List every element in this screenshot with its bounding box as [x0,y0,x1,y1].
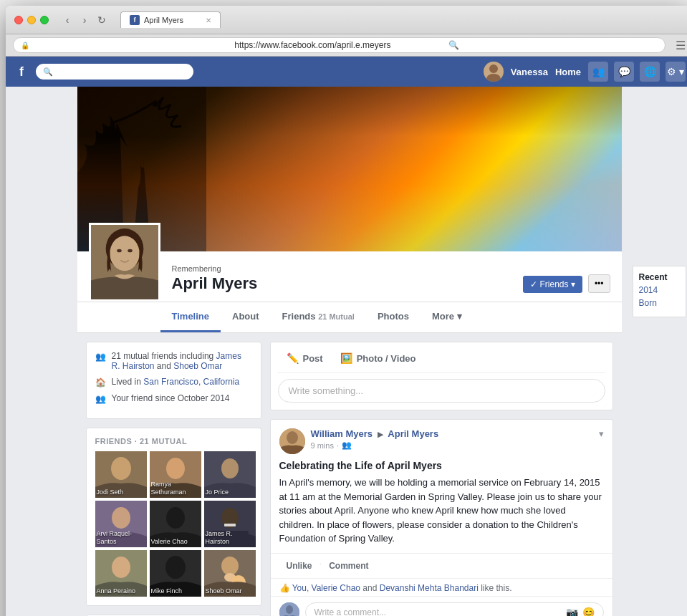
post-1-arrow: ▶ [378,430,383,438]
friend-ramya[interactable]: Ramya Sethuraman [150,451,201,498]
friend-shoeb[interactable]: Shoeb Omar [204,550,256,597]
photo-tab-label: Photo / Video [357,353,416,364]
friends-button[interactable]: ✓ Friends ▾ [523,276,582,293]
tab-photos[interactable]: Photos [366,302,421,332]
user-name-link[interactable]: Vanessa [511,67,548,77]
comment-input-1[interactable]: Write a comment... 📷 😊 [305,602,604,617]
friend-anna[interactable]: Anna Peraino [95,550,147,597]
profile-name-area: Remembering April Myers [172,264,523,302]
comment-input-icons: 📷 😊 [566,607,595,617]
liker-you[interactable]: You [292,583,307,593]
lived-in-info: 🏠 Lived in San Francisco, California [95,377,252,388]
tab-about[interactable]: About [221,302,271,332]
address-bar: 🔒 https://www.facebook.com/april.e.meyer… [6,34,687,57]
composer-tab-post[interactable]: ✏️ Post [278,350,332,367]
liker-valerie[interactable]: Valerie Chao [312,583,360,593]
timeline-2014[interactable]: 2014 [639,285,680,295]
tab-timeline[interactable]: Timeline [160,302,221,332]
home-info-icon: 🏠 [95,377,106,388]
liker-devanshi[interactable]: Devanshi Mehta Bhandari [380,583,479,593]
location-link[interactable]: San Francisco, California [143,377,239,387]
back-button[interactable]: ‹ [60,13,75,27]
post-1-meta: William Myers ▶ April Myers 9 mins · 👥 [311,428,593,450]
fb-header: f 🔍 April Myers Vanessa Home 👥 💬 🌐 [6,57,687,87]
messages-icon[interactable]: 💬 [614,62,634,82]
timeline-born[interactable]: Born [639,298,680,308]
post-1-author[interactable]: William Myers [311,428,373,439]
svg-point-10 [111,457,131,480]
friend-since-icon: 👥 [95,394,106,404]
profile-nav: Timeline About Friends 21 Mutual Photos … [77,302,622,333]
header-icons: 👥 💬 🌐 ⚙ ▾ [588,62,686,82]
friend-name-jo: Jo Price [206,489,254,496]
tab-more[interactable]: More ▾ [421,302,474,332]
browser-chrome: ‹ › ↻ f April Myers ✕ 🔒 https://www.face… [6,6,687,616]
profile-actions: ✓ Friends ▾ ••• [523,274,610,302]
profile-photo-container [89,223,160,302]
composer-tab-photo[interactable]: 🖼️ Photo / Video [332,350,425,367]
friend-mike[interactable]: Mike Finch [150,550,201,597]
emoji-icon: 😊 [582,607,595,617]
notifications-icon[interactable]: 🌐 [640,62,660,82]
fb-search-bar[interactable]: 🔍 April Myers [36,64,193,80]
friend-name-anna: Anna Peraino [97,587,145,595]
svg-point-1 [486,74,501,82]
tab-close-button[interactable]: ✕ [206,16,211,24]
refresh-button[interactable]: ↻ [95,13,109,27]
friends-card: FRIENDS · 21 Mutual Jodi Seth [86,428,261,606]
friends-grid: Jodi Seth Ramya Sethuraman [95,451,252,597]
post-tab-label: Post [303,353,323,364]
svg-point-28 [221,557,239,575]
post-1-likes: 👍 You, Valerie Chao and Devanshi Mehta B… [271,578,612,596]
friends-card-title: FRIENDS · 21 Mutual [95,437,252,446]
timeline-recent[interactable]: Recent [639,272,680,282]
friend-since-text: Your friend since October 2014 [112,393,230,403]
friends-label: Friends ▾ [540,279,575,289]
fb-content: 👥 21 mutual friends including James R. H… [77,333,622,616]
friend-james[interactable]: James R. Hairston [204,501,256,547]
comment-button-1[interactable]: Comment [322,558,375,574]
fb-logo: f [13,63,30,80]
friend-jo[interactable]: Jo Price [204,451,256,498]
svg-point-7 [117,249,122,253]
post-1-target[interactable]: April Myers [388,428,438,439]
fb-search-input[interactable]: April Myers [57,67,172,77]
fb-header-right: Vanessa Home 👥 💬 🌐 ⚙ ▾ [484,62,686,82]
comment-placeholder: Write a comment... [314,607,386,617]
browser-menu-icon[interactable]: ☰ [676,39,686,52]
profile-name: April Myers [172,274,523,293]
svg-point-14 [221,458,239,478]
lock-icon: 🔒 [21,42,230,49]
friend-link-shoeb[interactable]: Shoeb Omar [173,361,222,371]
forward-button[interactable]: › [77,13,92,27]
friend-valerie[interactable]: Valerie Chao [150,501,201,547]
account-menu-icon[interactable]: ⚙ ▾ [666,62,686,82]
home-link[interactable]: Home [555,67,581,77]
profile-photo [89,223,160,302]
search-icon: 🔍 [448,40,658,50]
unlike-button[interactable]: Unlike [279,558,320,574]
post-1-expand[interactable]: ▾ [599,428,604,439]
tab-favicon: f [130,15,140,25]
url-input[interactable]: 🔒 https://www.facebook.com/april.e.meyer… [13,37,666,53]
url-text: https://www.facebook.com/april.e.meyers [234,40,443,50]
commenter-avatar [279,602,299,617]
close-button[interactable] [14,16,23,24]
friend-name-shoeb: Shoeb Omar [206,587,254,595]
user-avatar [484,62,504,82]
active-tab[interactable]: f April Myers ✕ [120,11,221,28]
svg-point-8 [128,249,133,253]
post-1-body: In April's memory, we will be holding a … [271,476,612,553]
minimize-button[interactable] [27,16,36,24]
left-sidebar: 👥 21 mutual friends including James R. H… [86,342,261,616]
tab-friends[interactable]: Friends 21 Mutual [271,302,366,332]
more-actions-button[interactable]: ••• [588,274,610,293]
svg-point-24 [112,557,130,578]
maximize-button[interactable] [40,16,49,24]
post-william: William Myers ▶ April Myers 9 mins · 👥 [270,419,613,616]
friends-icon[interactable]: 👥 [588,62,608,82]
friend-arvi[interactable]: Arvi Raquel-Santos [95,501,147,547]
friend-jodi[interactable]: Jodi Seth [95,451,147,498]
post-input[interactable]: Write something... [278,379,605,403]
post-tab-icon: ✏️ [287,352,299,364]
